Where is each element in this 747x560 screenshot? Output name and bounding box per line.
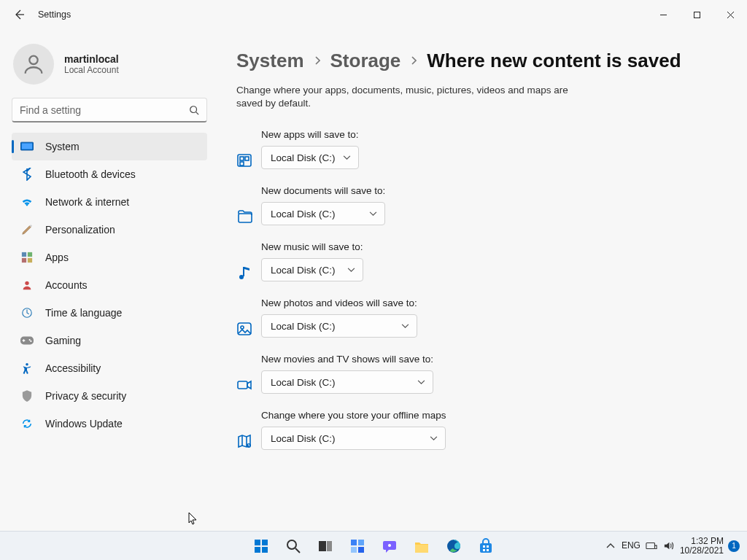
svg-rect-31	[255, 547, 260, 553]
movies-save-icon	[236, 377, 252, 393]
svg-rect-48	[487, 549, 489, 551]
dropdown-value: Local Disk (C:)	[271, 265, 336, 276]
main-panel: System Storage Where new content is save…	[219, 29, 747, 531]
edge-button[interactable]	[440, 532, 468, 560]
dropdown-music-location[interactable]: Local Disk (C:)	[261, 258, 363, 281]
svg-rect-27	[238, 381, 247, 389]
language-indicator[interactable]: ENG	[622, 541, 640, 551]
sidebar: martinlocal Local Account System	[0, 29, 219, 531]
chevron-down-icon	[347, 268, 355, 273]
profile-block[interactable]: martinlocal Local Account	[12, 36, 213, 93]
chat-button[interactable]	[376, 532, 403, 560]
dropdown-value: Local Disk (C:)	[271, 209, 336, 219]
dropdown-value: Local Disk (C:)	[271, 433, 336, 444]
sidebar-item-label: Apps	[45, 252, 69, 263]
breadcrumb-system[interactable]: System	[236, 50, 304, 72]
svg-rect-36	[327, 541, 332, 551]
file-explorer-button[interactable]	[408, 532, 436, 560]
music-save-icon	[236, 265, 252, 281]
widgets-button[interactable]	[344, 532, 371, 560]
svg-rect-39	[351, 547, 357, 553]
clock[interactable]: 1:32 PM 10/28/2021	[680, 537, 724, 555]
search-button[interactable]	[279, 532, 307, 560]
chevron-down-icon	[430, 436, 438, 441]
chevron-right-icon	[411, 55, 417, 68]
search-box[interactable]	[12, 98, 207, 122]
apps-icon	[20, 251, 34, 264]
sidebar-item-label: Accounts	[45, 279, 88, 291]
minimize-button[interactable]	[646, 3, 680, 26]
tray-overflow-button[interactable]	[604, 540, 617, 553]
setting-label: New music will save to:	[261, 241, 363, 252]
sidebar-item-gaming[interactable]: Gaming	[12, 327, 207, 354]
sidebar-item-label: Gaming	[45, 335, 81, 346]
avatar-icon	[13, 44, 54, 85]
dropdown-photos-location[interactable]: Local Disk (C:)	[261, 314, 417, 338]
apps-save-icon	[236, 152, 252, 168]
sidebar-item-windows-update[interactable]: Windows Update	[12, 410, 207, 438]
wifi-icon	[20, 195, 34, 209]
dropdown-documents-location[interactable]: Local Disk (C:)	[261, 202, 385, 225]
sidebar-item-label: System	[45, 141, 80, 152]
sidebar-item-network[interactable]: Network & internet	[12, 188, 207, 216]
sidebar-item-bluetooth[interactable]: Bluetooth & devices	[12, 160, 207, 188]
svg-rect-38	[358, 540, 364, 545]
page-title: Where new content is saved	[427, 50, 681, 72]
sidebar-item-accounts[interactable]: Accounts	[12, 271, 207, 299]
notification-badge[interactable]: 1	[728, 540, 740, 552]
task-view-button[interactable]	[311, 532, 339, 560]
svg-rect-44	[480, 543, 492, 553]
gaming-icon	[20, 334, 34, 347]
volume-tray-icon[interactable]	[662, 540, 676, 553]
sidebar-item-label: Network & internet	[45, 196, 129, 208]
svg-rect-45	[483, 545, 485, 548]
sidebar-item-label: Bluetooth & devices	[45, 168, 136, 180]
chevron-down-icon	[343, 155, 351, 160]
breadcrumb-storage[interactable]: Storage	[330, 50, 401, 72]
svg-rect-47	[483, 549, 485, 551]
sidebar-item-label: Personalization	[45, 224, 115, 236]
close-button[interactable]	[713, 3, 747, 26]
store-button[interactable]	[472, 532, 500, 560]
svg-rect-9	[22, 252, 26, 257]
network-tray-icon[interactable]	[645, 540, 658, 553]
sidebar-item-system[interactable]: System	[12, 133, 207, 160]
svg-rect-12	[28, 258, 32, 262]
setting-documents: New documents will save to: Local Disk (…	[236, 185, 718, 225]
start-button[interactable]	[247, 532, 275, 560]
svg-point-13	[25, 281, 28, 285]
svg-rect-24	[243, 267, 244, 276]
setting-label: New documents will save to:	[261, 185, 385, 196]
titlebar-left: Settings	[13, 9, 71, 20]
maximize-button[interactable]	[680, 3, 713, 26]
setting-photos: New photos and videos will save to: Loca…	[236, 298, 718, 338]
photos-save-icon	[236, 321, 252, 337]
dropdown-movies-location[interactable]: Local Disk (C:)	[261, 370, 433, 394]
search-input[interactable]	[20, 104, 189, 116]
setting-label: New photos and videos will save to:	[261, 298, 417, 308]
svg-rect-40	[358, 547, 364, 553]
sidebar-item-personalization[interactable]: Personalization	[12, 216, 207, 244]
shield-icon	[20, 389, 34, 402]
page-description: Change where your apps, documents, music…	[236, 84, 579, 110]
sidebar-item-privacy[interactable]: Privacy & security	[12, 382, 207, 410]
sidebar-item-accessibility[interactable]: Accessibility	[12, 354, 207, 382]
svg-point-5	[190, 106, 197, 112]
setting-movies: New movies and TV shows will save to: Lo…	[236, 354, 718, 394]
svg-rect-10	[28, 252, 32, 257]
svg-rect-37	[351, 540, 357, 545]
back-button[interactable]	[13, 9, 25, 20]
sidebar-item-apps[interactable]: Apps	[12, 244, 207, 271]
system-icon	[20, 140, 34, 153]
chevron-right-icon	[314, 55, 320, 68]
setting-apps: New apps will save to: Local Disk (C:)	[236, 129, 718, 169]
svg-rect-35	[319, 541, 326, 551]
dropdown-maps-location[interactable]: Local Disk (C:)	[261, 427, 446, 450]
setting-maps: Change where you store your offline maps…	[236, 410, 718, 450]
dropdown-apps-location[interactable]: Local Disk (C:)	[261, 146, 359, 169]
titlebar: Settings	[0, 0, 747, 29]
update-icon	[20, 417, 34, 430]
dropdown-value: Local Disk (C:)	[271, 377, 336, 388]
sidebar-item-time-language[interactable]: Time & language	[12, 299, 207, 327]
system-tray: ENG 1:32 PM 10/28/2021 1	[604, 537, 747, 555]
